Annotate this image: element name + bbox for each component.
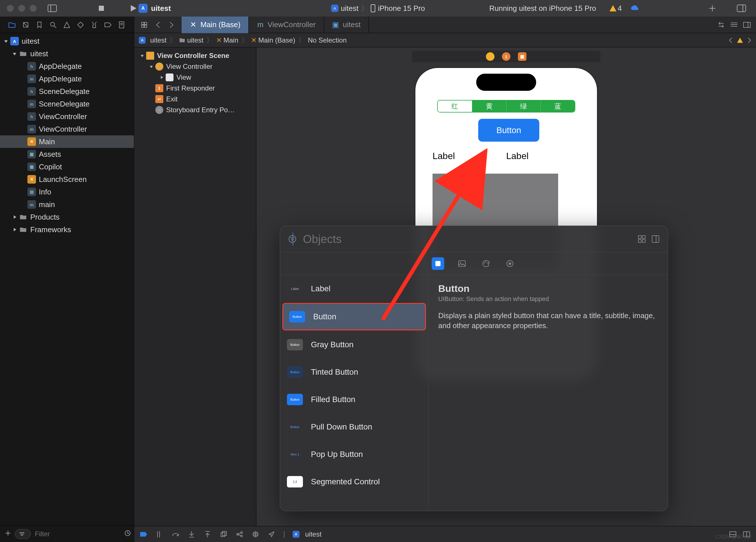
tree-file[interactable]: hAppDelegate xyxy=(0,60,134,73)
jump-bar[interactable]: A uitest〉 uitest〉 ✕ Main〉 ✕ Main (Base)〉… xyxy=(134,33,756,47)
object-library[interactable]: LabelLabel ButtonButton ButtonGray Butto… xyxy=(280,226,668,511)
minimize-window-icon[interactable] xyxy=(18,5,25,12)
recent-filter-icon[interactable] xyxy=(124,530,131,538)
jump-next-icon[interactable] xyxy=(747,37,751,43)
library-list[interactable]: LabelLabel ButtonButton ButtonGray Butto… xyxy=(280,275,429,511)
project-title[interactable]: A uitest xyxy=(138,4,171,13)
canvas-button[interactable]: Button xyxy=(478,119,539,142)
find-navigator-tab[interactable] xyxy=(48,20,58,30)
tab-main[interactable]: ✕ Main (Base) xyxy=(182,17,249,33)
tab-viewcontroller[interactable]: m ViewController xyxy=(249,17,324,33)
navigator-filter-input[interactable] xyxy=(34,530,121,538)
editor-options-icon[interactable] xyxy=(730,22,738,28)
stop-button-icon[interactable] xyxy=(95,2,107,14)
tree-file[interactable]: mSceneDelegate xyxy=(0,98,134,110)
library-item[interactable]: ButtonGray Button xyxy=(280,331,428,358)
outline-tree[interactable]: View Controller Scene View Controller Vi… xyxy=(134,47,256,118)
tab-uitest[interactable]: ▣ uitest xyxy=(324,17,369,33)
outline-scene[interactable]: View Controller Scene xyxy=(134,50,256,61)
tree-project-root[interactable]: A uitest xyxy=(0,35,134,47)
location-icon[interactable] xyxy=(267,530,276,539)
add-editor-icon[interactable] xyxy=(706,2,718,14)
tree-group[interactable]: uitest xyxy=(0,47,134,60)
jump-item[interactable]: Main xyxy=(224,36,238,44)
canvas-issue-bar[interactable]: 1 ▦ xyxy=(412,51,600,62)
breakpoint-navigator-tab[interactable] xyxy=(103,20,113,30)
segment[interactable]: 红 xyxy=(438,101,472,112)
segment[interactable]: 蓝 xyxy=(540,101,575,112)
step-over-icon[interactable] xyxy=(171,530,180,539)
tree-file[interactable]: ▦Assets xyxy=(0,148,134,160)
add-file-icon[interactable] xyxy=(5,530,11,538)
library-item-selected[interactable]: ButtonButton xyxy=(282,303,426,330)
jump-item[interactable]: uitest xyxy=(150,36,166,44)
tree-file[interactable]: ▦Copilot xyxy=(0,160,134,173)
step-into-icon[interactable] xyxy=(187,530,196,539)
scheme-destination[interactable]: A uitest 〉 iPhone 15 Pro xyxy=(331,3,425,13)
objects-category-icon[interactable] xyxy=(432,257,444,270)
project-navigator-tab[interactable] xyxy=(7,20,17,30)
outline-vc[interactable]: View Controller xyxy=(134,61,256,72)
canvas-label[interactable]: Label xyxy=(433,151,455,161)
library-item[interactable]: ButtonPull Down Button xyxy=(280,413,428,441)
zoom-window-icon[interactable] xyxy=(30,5,37,12)
grid-view-icon[interactable] xyxy=(638,235,646,243)
tree-file[interactable]: ▤Info xyxy=(0,186,134,198)
close-window-icon[interactable] xyxy=(7,5,14,12)
history-forward-icon[interactable] xyxy=(167,20,176,30)
toggle-navigator-icon[interactable] xyxy=(46,2,58,14)
warnings-indicator[interactable]: 4 xyxy=(609,4,622,13)
step-out-icon[interactable] xyxy=(203,530,212,539)
library-item[interactable]: ButtonTinted Button xyxy=(280,358,428,386)
outline-exit[interactable]: ↩Exit xyxy=(134,94,256,105)
library-item[interactable]: ButtonFilled Button xyxy=(280,386,428,413)
library-item[interactable]: LabelLabel xyxy=(280,275,428,302)
segmented-control[interactable]: 红 黄 绿 蓝 xyxy=(437,100,575,113)
project-tree[interactable]: A uitest uitest hAppDelegate mAppDelegat… xyxy=(0,33,134,525)
library-filter-icon[interactable] xyxy=(288,235,297,243)
report-navigator-tab[interactable] xyxy=(116,20,127,30)
outline-view[interactable]: View xyxy=(134,72,256,83)
memory-graph-icon[interactable] xyxy=(235,530,244,539)
toggle-inspector-icon[interactable] xyxy=(735,2,747,14)
debug-process[interactable]: A uitest xyxy=(293,530,321,538)
jump-item[interactable]: Main (Base) xyxy=(258,36,295,44)
segment[interactable]: 绿 xyxy=(506,101,540,112)
library-item[interactable]: 1 2Segmented Control xyxy=(280,468,428,495)
jump-prev-icon[interactable] xyxy=(729,37,733,43)
segment[interactable]: 黄 xyxy=(472,101,506,112)
tree-group-products[interactable]: Products xyxy=(0,211,134,223)
tree-file[interactable]: hSceneDelegate xyxy=(0,85,134,98)
filter-scope-chip[interactable] xyxy=(15,529,31,539)
source-control-navigator-tab[interactable] xyxy=(21,20,31,30)
jump-item[interactable]: uitest xyxy=(187,36,203,44)
color-category-icon[interactable] xyxy=(480,257,492,270)
tree-file[interactable]: mmain xyxy=(0,198,134,211)
canvas-label[interactable]: Label xyxy=(506,151,528,161)
library-item[interactable]: Item 1Pop Up Button xyxy=(280,441,428,468)
tree-group-frameworks[interactable]: Frameworks xyxy=(0,223,134,236)
cloud-status-icon[interactable] xyxy=(629,5,639,12)
debug-navigator-tab[interactable] xyxy=(89,20,99,30)
tree-file[interactable]: mAppDelegate xyxy=(0,73,134,85)
add-editor-right-icon[interactable] xyxy=(743,22,751,28)
detail-view-icon[interactable] xyxy=(651,235,660,243)
snippets-category-icon[interactable] xyxy=(504,257,516,270)
issue-navigator-tab[interactable] xyxy=(62,20,72,30)
test-navigator-tab[interactable] xyxy=(75,20,86,30)
env-overrides-icon[interactable] xyxy=(251,530,260,539)
tree-file-selected[interactable]: ✕Main xyxy=(0,135,134,148)
assistant-swap-icon[interactable] xyxy=(717,22,725,28)
jump-item[interactable]: No Selection xyxy=(308,36,347,44)
library-search-input[interactable] xyxy=(302,232,632,246)
tree-file[interactable]: mViewController xyxy=(0,123,134,135)
history-back-icon[interactable] xyxy=(153,20,163,30)
outline-entry-point[interactable]: →Storyboard Entry Po… xyxy=(134,105,256,115)
run-button-icon[interactable] xyxy=(127,2,139,14)
related-items-icon[interactable] xyxy=(139,20,149,30)
jump-warning-icon[interactable] xyxy=(737,37,743,43)
outline-first-responder[interactable]: 1First Responder xyxy=(134,83,256,94)
view-debugging-icon[interactable] xyxy=(219,530,228,539)
continue-icon[interactable] xyxy=(155,530,164,539)
media-category-icon[interactable] xyxy=(456,257,468,270)
